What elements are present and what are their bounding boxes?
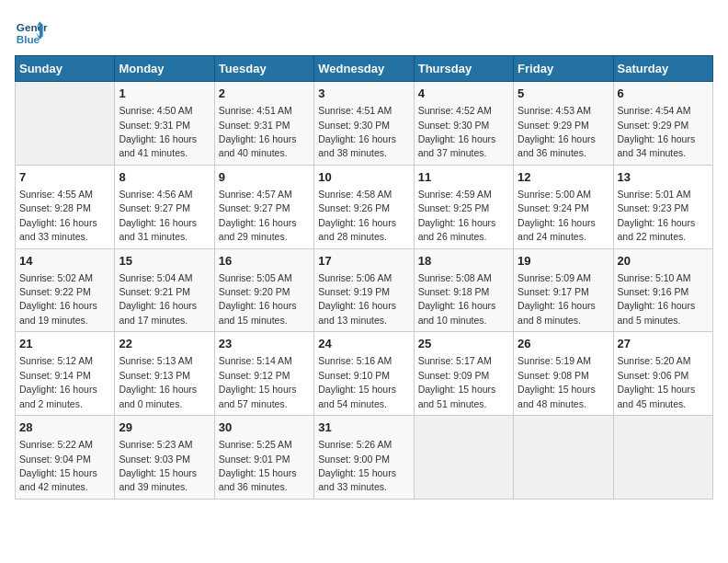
day-header-thursday: Thursday <box>414 56 513 82</box>
calendar-cell: 4Sunrise: 4:52 AM Sunset: 9:30 PM Daylig… <box>414 82 513 166</box>
cell-info: Sunrise: 5:25 AM Sunset: 9:01 PM Dayligh… <box>219 439 297 492</box>
cell-info: Sunrise: 4:56 AM Sunset: 9:27 PM Dayligh… <box>119 189 197 242</box>
cell-info: Sunrise: 5:10 AM Sunset: 9:16 PM Dayligh… <box>618 272 696 326</box>
cell-info: Sunrise: 5:16 AM Sunset: 9:10 PM Dayligh… <box>318 355 396 408</box>
day-number: 18 <box>418 253 509 270</box>
calendar-cell: 29Sunrise: 5:23 AM Sunset: 9:03 PM Dayli… <box>115 416 214 500</box>
day-number: 11 <box>418 169 509 186</box>
logo-icon: General Blue <box>15 15 48 48</box>
calendar-table: SundayMondayTuesdayWednesdayThursdayFrid… <box>15 55 713 500</box>
day-number: 3 <box>318 86 409 102</box>
calendar-cell: 12Sunrise: 5:00 AM Sunset: 9:24 PM Dayli… <box>514 165 613 248</box>
day-number: 10 <box>318 169 409 186</box>
calendar-cell: 23Sunrise: 5:14 AM Sunset: 9:12 PM Dayli… <box>214 332 313 416</box>
day-number: 24 <box>318 336 409 352</box>
cell-info: Sunrise: 4:50 AM Sunset: 9:31 PM Dayligh… <box>119 105 197 158</box>
day-header-sunday: Sunday <box>16 56 115 82</box>
calendar-cell: 16Sunrise: 5:05 AM Sunset: 9:20 PM Dayli… <box>214 248 313 332</box>
calendar-cell: 13Sunrise: 5:01 AM Sunset: 9:23 PM Dayli… <box>613 165 712 248</box>
calendar-cell: 19Sunrise: 5:09 AM Sunset: 9:17 PM Dayli… <box>514 248 613 332</box>
day-number: 30 <box>219 419 310 436</box>
day-number: 5 <box>518 86 609 102</box>
calendar-header-row: SundayMondayTuesdayWednesdayThursdayFrid… <box>16 56 713 82</box>
cell-info: Sunrise: 5:19 AM Sunset: 9:08 PM Dayligh… <box>518 355 596 408</box>
calendar-cell: 28Sunrise: 5:22 AM Sunset: 9:04 PM Dayli… <box>16 416 115 500</box>
calendar-cell: 11Sunrise: 4:59 AM Sunset: 9:25 PM Dayli… <box>414 165 513 248</box>
cell-info: Sunrise: 5:02 AM Sunset: 9:22 PM Dayligh… <box>19 272 97 326</box>
calendar-cell: 2Sunrise: 4:51 AM Sunset: 9:31 PM Daylig… <box>214 82 313 166</box>
day-number: 4 <box>418 86 509 102</box>
cell-info: Sunrise: 5:22 AM Sunset: 9:04 PM Dayligh… <box>19 439 97 492</box>
cell-info: Sunrise: 5:17 AM Sunset: 9:09 PM Dayligh… <box>418 355 496 408</box>
cell-info: Sunrise: 4:52 AM Sunset: 9:30 PM Dayligh… <box>418 105 496 158</box>
cell-info: Sunrise: 5:05 AM Sunset: 9:20 PM Dayligh… <box>219 272 297 326</box>
day-number: 25 <box>418 336 509 352</box>
page-header: General Blue <box>15 15 713 48</box>
day-number: 7 <box>19 169 110 186</box>
calendar-cell: 27Sunrise: 5:20 AM Sunset: 9:06 PM Dayli… <box>613 332 712 416</box>
calendar-cell: 15Sunrise: 5:04 AM Sunset: 9:21 PM Dayli… <box>115 248 214 332</box>
day-number: 1 <box>119 86 210 102</box>
cell-info: Sunrise: 5:23 AM Sunset: 9:03 PM Dayligh… <box>119 439 197 492</box>
day-number: 2 <box>219 86 310 102</box>
cell-info: Sunrise: 4:51 AM Sunset: 9:31 PM Dayligh… <box>219 105 297 158</box>
cell-info: Sunrise: 5:12 AM Sunset: 9:14 PM Dayligh… <box>19 355 97 408</box>
calendar-cell: 8Sunrise: 4:56 AM Sunset: 9:27 PM Daylig… <box>115 165 214 248</box>
calendar-week-1: 1Sunrise: 4:50 AM Sunset: 9:31 PM Daylig… <box>16 82 713 166</box>
cell-info: Sunrise: 5:26 AM Sunset: 9:00 PM Dayligh… <box>318 439 396 492</box>
cell-info: Sunrise: 4:54 AM Sunset: 9:29 PM Dayligh… <box>618 105 696 158</box>
day-number: 16 <box>219 253 310 270</box>
day-number: 22 <box>119 336 210 352</box>
day-number: 23 <box>219 336 310 352</box>
calendar-cell <box>613 416 712 500</box>
day-number: 26 <box>518 336 609 352</box>
cell-info: Sunrise: 4:58 AM Sunset: 9:26 PM Dayligh… <box>318 189 396 242</box>
calendar-cell <box>414 416 513 500</box>
calendar-cell: 25Sunrise: 5:17 AM Sunset: 9:09 PM Dayli… <box>414 332 513 416</box>
calendar-cell: 30Sunrise: 5:25 AM Sunset: 9:01 PM Dayli… <box>214 416 313 500</box>
day-number: 29 <box>119 419 210 436</box>
cell-info: Sunrise: 5:08 AM Sunset: 9:18 PM Dayligh… <box>418 272 496 326</box>
day-number: 8 <box>119 169 210 186</box>
cell-info: Sunrise: 5:04 AM Sunset: 9:21 PM Dayligh… <box>119 272 197 326</box>
day-number: 19 <box>518 253 609 270</box>
cell-info: Sunrise: 4:55 AM Sunset: 9:28 PM Dayligh… <box>19 189 97 242</box>
logo: General Blue <box>15 15 48 48</box>
calendar-cell: 26Sunrise: 5:19 AM Sunset: 9:08 PM Dayli… <box>514 332 613 416</box>
day-number: 6 <box>618 86 709 102</box>
calendar-cell: 22Sunrise: 5:13 AM Sunset: 9:13 PM Dayli… <box>115 332 214 416</box>
calendar-cell: 3Sunrise: 4:51 AM Sunset: 9:30 PM Daylig… <box>314 82 414 166</box>
cell-info: Sunrise: 5:14 AM Sunset: 9:12 PM Dayligh… <box>219 355 297 408</box>
cell-info: Sunrise: 4:51 AM Sunset: 9:30 PM Dayligh… <box>318 105 396 158</box>
cell-info: Sunrise: 5:06 AM Sunset: 9:19 PM Dayligh… <box>318 272 396 326</box>
day-header-friday: Friday <box>514 56 613 82</box>
calendar-cell: 1Sunrise: 4:50 AM Sunset: 9:31 PM Daylig… <box>115 82 214 166</box>
day-header-monday: Monday <box>115 56 214 82</box>
calendar-cell: 5Sunrise: 4:53 AM Sunset: 9:29 PM Daylig… <box>514 82 613 166</box>
day-number: 14 <box>19 253 110 270</box>
day-number: 9 <box>219 169 310 186</box>
calendar-cell: 14Sunrise: 5:02 AM Sunset: 9:22 PM Dayli… <box>16 248 115 332</box>
calendar-cell: 9Sunrise: 4:57 AM Sunset: 9:27 PM Daylig… <box>214 165 313 248</box>
day-number: 15 <box>119 253 210 270</box>
cell-info: Sunrise: 5:00 AM Sunset: 9:24 PM Dayligh… <box>518 189 596 242</box>
calendar-cell: 17Sunrise: 5:06 AM Sunset: 9:19 PM Dayli… <box>314 248 414 332</box>
calendar-cell: 21Sunrise: 5:12 AM Sunset: 9:14 PM Dayli… <box>16 332 115 416</box>
calendar-week-2: 7Sunrise: 4:55 AM Sunset: 9:28 PM Daylig… <box>16 165 713 248</box>
day-number: 17 <box>318 253 409 270</box>
day-number: 31 <box>318 419 409 436</box>
day-header-tuesday: Tuesday <box>214 56 313 82</box>
calendar-cell: 6Sunrise: 4:54 AM Sunset: 9:29 PM Daylig… <box>613 82 712 166</box>
day-number: 20 <box>618 253 709 270</box>
calendar-cell <box>514 416 613 500</box>
calendar-cell: 31Sunrise: 5:26 AM Sunset: 9:00 PM Dayli… <box>314 416 414 500</box>
day-number: 21 <box>19 336 110 352</box>
svg-text:General: General <box>17 21 48 33</box>
day-number: 13 <box>618 169 709 186</box>
day-number: 12 <box>518 169 609 186</box>
cell-info: Sunrise: 4:53 AM Sunset: 9:29 PM Dayligh… <box>518 105 596 158</box>
day-header-wednesday: Wednesday <box>314 56 414 82</box>
calendar-cell: 24Sunrise: 5:16 AM Sunset: 9:10 PM Dayli… <box>314 332 414 416</box>
cell-info: Sunrise: 5:20 AM Sunset: 9:06 PM Dayligh… <box>618 355 696 408</box>
day-number: 28 <box>19 419 110 436</box>
